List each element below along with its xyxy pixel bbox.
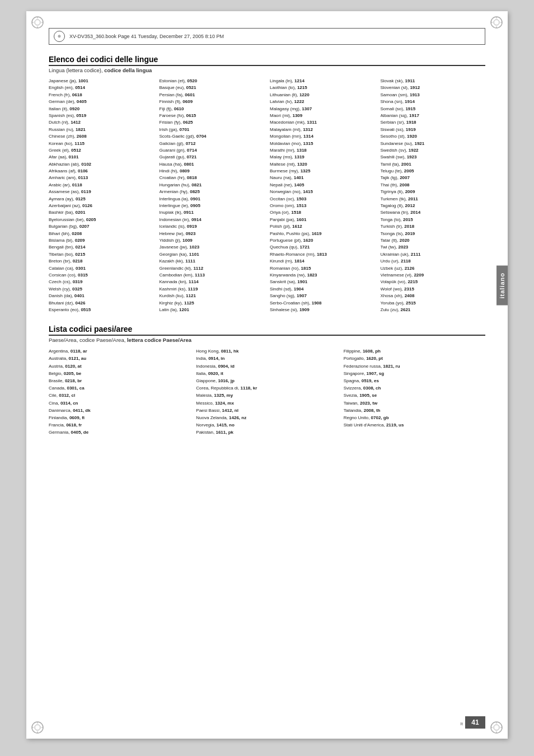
list-item: Thai (th), 2008 bbox=[381, 182, 486, 189]
subtitle-bold: codice della lingua bbox=[104, 67, 152, 73]
list-item: French (fr), 0618 bbox=[49, 92, 154, 98]
side-tab: italiano bbox=[496, 266, 508, 306]
list-item: Tagalog (tl), 2012 bbox=[381, 203, 486, 209]
list-item: Bengali (bn), 0214 bbox=[49, 244, 154, 251]
list-item: Kirundi (rn), 1814 bbox=[270, 258, 375, 265]
list-item: Indonesian (in), 0914 bbox=[160, 217, 265, 223]
section-languages-title: Elenco dei codici delle lingue bbox=[49, 55, 485, 66]
list-item: Tonga (to), 2015 bbox=[381, 217, 486, 223]
list-item: Nauru (na), 1401 bbox=[270, 175, 375, 181]
list-item: Croatian (hr), 0818 bbox=[160, 175, 265, 181]
list-item: Interlingue (ie), 0905 bbox=[160, 203, 265, 209]
list-item: Hausa (ha), 0801 bbox=[160, 161, 265, 168]
list-item: Swahili (sw), 1923 bbox=[381, 154, 486, 161]
list-item: Dutch (nl), 1412 bbox=[49, 119, 154, 126]
list-item: Bislama (bi), 0209 bbox=[49, 237, 154, 244]
list-item: Giappone, 1016, jp bbox=[196, 377, 338, 384]
list-item: Kashmiri (ks), 1119 bbox=[160, 286, 265, 293]
list-item: Sindhi (sd), 1904 bbox=[270, 286, 375, 293]
country-subtitle-plain: Paese/Area, codice Paese/Area, bbox=[49, 337, 127, 343]
list-item: Kinyarwanda (rw), 1823 bbox=[270, 272, 375, 279]
list-item: Maori (mi), 1309 bbox=[270, 112, 375, 119]
language-grid: Japanese (ja), 1001English (en), 0514Fre… bbox=[49, 78, 485, 313]
list-item: Francia, 0618, fr bbox=[49, 421, 190, 429]
list-item: Kurdish (ku), 1121 bbox=[160, 293, 265, 299]
list-item: Turkish (tr), 2018 bbox=[381, 223, 486, 230]
list-item: Persian (fa), 0601 bbox=[160, 92, 265, 98]
list-item: Hindi (hi), 0809 bbox=[160, 168, 265, 175]
list-item: Sinhalese (si), 1909 bbox=[270, 307, 375, 313]
list-item: Javanese (jw), 1023 bbox=[160, 244, 265, 251]
list-item: Abkhazian (ab), 0102 bbox=[49, 161, 154, 168]
logo-circle: ⊕ bbox=[54, 31, 65, 42]
svg-point-19 bbox=[494, 725, 499, 730]
list-item: Uzbek (uz), 2126 bbox=[381, 265, 486, 272]
list-item: Polish (pl), 1612 bbox=[270, 223, 375, 230]
list-item: Corea, Repubblica di, 1118, kr bbox=[196, 384, 338, 392]
list-item: Rhaeto-Romance (rm), 1813 bbox=[270, 251, 375, 258]
book-page: italiano ⊕ XV-DV353_360.book Page 41 Tue… bbox=[26, 11, 508, 739]
list-item: Svizzera, 0308, ch bbox=[344, 384, 485, 392]
list-item: India, 0914, in bbox=[196, 355, 338, 362]
list-item: Ukrainian (uk), 2111 bbox=[381, 251, 486, 258]
corner-decoration-tl bbox=[31, 16, 44, 29]
list-item: Cile, 0312, cl bbox=[49, 392, 190, 399]
list-item: Malay (ms), 1319 bbox=[270, 154, 375, 161]
list-item: Latin (la), 1201 bbox=[160, 307, 265, 313]
list-item: Nepali (ne), 1405 bbox=[270, 182, 375, 189]
list-item: Occitan (oc), 1503 bbox=[270, 196, 375, 203]
list-item: Romanian (ro), 1815 bbox=[270, 265, 375, 272]
list-item: Tamil (ta), 2001 bbox=[381, 161, 486, 168]
list-item: Greenlandic (kl), 1112 bbox=[160, 265, 265, 272]
list-item: Oromo (om), 1513 bbox=[270, 203, 375, 209]
list-item: Indonesia, 0904, id bbox=[196, 363, 338, 370]
list-item: Belgio, 0205, be bbox=[49, 370, 190, 377]
svg-point-1 bbox=[35, 20, 40, 25]
list-item: Hebrew (iw), 0923 bbox=[160, 231, 265, 237]
list-item: Georgian (ka), 1101 bbox=[160, 251, 265, 258]
list-item: Gujarati (gu), 0721 bbox=[160, 154, 265, 161]
list-item: Portuguese (pt), 1620 bbox=[270, 237, 375, 244]
list-item: Guarani (gn), 0714 bbox=[160, 147, 265, 154]
list-item: Korean (ko), 1115 bbox=[49, 140, 154, 147]
list-item: Taiwan, 2023, tw bbox=[344, 400, 485, 407]
list-item: Fiji (fj), 0610 bbox=[160, 106, 265, 112]
list-item: Pakistan, 1611, pk bbox=[196, 429, 338, 436]
list-item: Italian (it), 0920 bbox=[49, 106, 154, 112]
list-item: Sesotho (st), 1920 bbox=[381, 133, 486, 140]
list-item: Afrikaans (af), 0106 bbox=[49, 168, 154, 175]
list-item: Oriya (or), 1518 bbox=[270, 209, 375, 216]
country-subtitle-bold: lettera codice Paese/Area bbox=[127, 337, 191, 343]
list-item: Slovak (sk), 1911 bbox=[381, 78, 486, 84]
book-info-bar: ⊕ XV-DV353_360.book Page 41 Tuesday, Dec… bbox=[49, 28, 485, 45]
list-item: Tigrinya (ti), 2009 bbox=[381, 189, 486, 195]
list-item: Danimarca, 0411, dk bbox=[49, 407, 190, 414]
list-item: Czech (cs), 0319 bbox=[49, 279, 154, 285]
list-item: Afar (aa), 0101 bbox=[49, 154, 154, 161]
list-item: Bulgarian (bg), 0207 bbox=[49, 223, 154, 230]
list-item: Spanish (es), 0519 bbox=[49, 112, 154, 119]
corner-decoration-tr bbox=[490, 16, 503, 29]
svg-point-7 bbox=[494, 20, 499, 25]
list-item: Bihari (bh), 0208 bbox=[49, 231, 154, 237]
list-item: Shona (sn), 1914 bbox=[381, 98, 486, 105]
list-item: Austria, 0120, at bbox=[49, 363, 190, 370]
list-item: Japanese (ja), 1001 bbox=[49, 78, 154, 84]
list-item: Hong Kong, 0811, hk bbox=[196, 348, 338, 355]
book-info-text: XV-DV353_360.book Page 41 Tuesday, Decem… bbox=[69, 34, 224, 39]
list-item: Brasile, 0218, br bbox=[49, 377, 190, 384]
list-item: Sundanese (su), 1921 bbox=[381, 140, 486, 147]
list-item: Maltese (mt), 1320 bbox=[270, 161, 375, 168]
list-item: Serbian (sr), 1918 bbox=[381, 119, 486, 126]
list-item: Turkmen (tk), 2011 bbox=[381, 196, 486, 203]
list-item: Malagasy (mg), 1307 bbox=[270, 106, 375, 112]
list-item: Swedish (sv), 1922 bbox=[381, 147, 486, 154]
list-item: Wolof (wo), 2315 bbox=[381, 286, 486, 293]
list-item: Tailandia, 2008, th bbox=[344, 407, 485, 414]
list-item: Tsonga (ts), 2019 bbox=[381, 231, 486, 237]
list-item: Samoan (sm), 1913 bbox=[381, 92, 486, 98]
list-item: Zulu (zu), 2621 bbox=[381, 307, 486, 313]
list-item: Byelorussian (be), 0205 bbox=[49, 217, 154, 223]
lang-col-0: Japanese (ja), 1001English (en), 0514Fre… bbox=[49, 78, 154, 313]
list-item: Interlingua (ia), 0901 bbox=[160, 196, 265, 203]
